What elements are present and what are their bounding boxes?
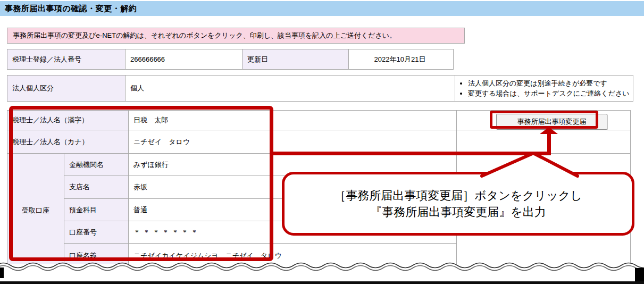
page-edge-right-mark [635, 268, 644, 282]
name-kana-label: 税理士／法人名（カナ） [7, 130, 129, 154]
arrow-up-icon [540, 127, 558, 134]
classification-note: 変更する場合は、サポートデスクにご連絡ください [468, 88, 631, 98]
notice-banner: 事務所届出事項の変更及びe-NETの解約は、それぞれのボタンをクリック、印刷し、… [7, 28, 465, 44]
account-number-label: 口座番号 [64, 221, 129, 244]
update-date-label: 更新日 [242, 49, 349, 70]
leader-line-horizontal [271, 152, 551, 155]
bank-group-label: 受取口座 [7, 154, 64, 268]
page-title: 事務所届出事項の確認・変更・解約 [5, 4, 137, 14]
torn-edge-wave-top [0, 263, 644, 268]
classification-note: 法人個人区分の変更は別途手続きが必要です [468, 78, 631, 88]
name-kanji-value: 日税 太郎 [129, 111, 457, 130]
account-type-label: 預金科目 [64, 199, 129, 221]
page: 事務所届出事項の確認・変更・解約 事務所届出事項の変更及びe-NETの解約は、そ… [0, 0, 644, 284]
table-row: 税理士／法人名（カナ） ニチゼイ タロウ [7, 130, 631, 154]
table-row: 税理士登録／法人番号 266666666 更新日 2022年10月21日 [7, 49, 454, 70]
name-kanji-label: 税理士／法人名（漢字） [7, 111, 129, 130]
table-row: 法人個人区分 個人 法人個人区分の変更は別途手続きが必要です 変更する場合は、サ… [7, 76, 633, 102]
page-edge-left-mark [0, 268, 4, 278]
classification-table: 法人個人区分 個人 法人個人区分の変更は別途手続きが必要です 変更する場合は、サ… [7, 75, 633, 102]
classification-value: 個人 [126, 76, 455, 102]
classification-notes: 法人個人区分の変更は別途手続きが必要です 変更する場合は、サポートデスクにご連絡… [455, 76, 633, 102]
branch-name-label: 支店名 [64, 176, 129, 199]
callout-line-2: 『事務所届出事項変更届』を出力 [370, 205, 546, 219]
callout-bubble: ［事務所届出事項変更届］ボタンをクリックし 『事務所届出事項変更届』を出力 [282, 172, 634, 236]
bottom-border-bar [0, 281, 644, 284]
classification-label: 法人個人区分 [7, 76, 126, 102]
callout-line-1: ［事務所届出事項変更届］ボタンをクリックし [334, 189, 582, 203]
registration-number-label: 税理士登録／法人番号 [7, 49, 126, 70]
registration-number-value: 266666666 [126, 49, 242, 70]
page-title-bar: 事務所届出事項の確認・変更・解約 [0, 1, 644, 16]
update-date-value: 2022年10月21日 [349, 49, 454, 70]
bank-name-label: 金融機関名 [64, 154, 129, 176]
name-kana-value: ニチゼイ タロウ [129, 130, 457, 154]
registration-table: 税理士登録／法人番号 266666666 更新日 2022年10月21日 [7, 49, 454, 70]
notice-text: 事務所届出事項の変更及びe-NETの解約は、それぞれのボタンをクリック、印刷し、… [13, 31, 396, 40]
leader-line-vertical [547, 133, 551, 155]
torn-edge-icon [0, 260, 644, 274]
